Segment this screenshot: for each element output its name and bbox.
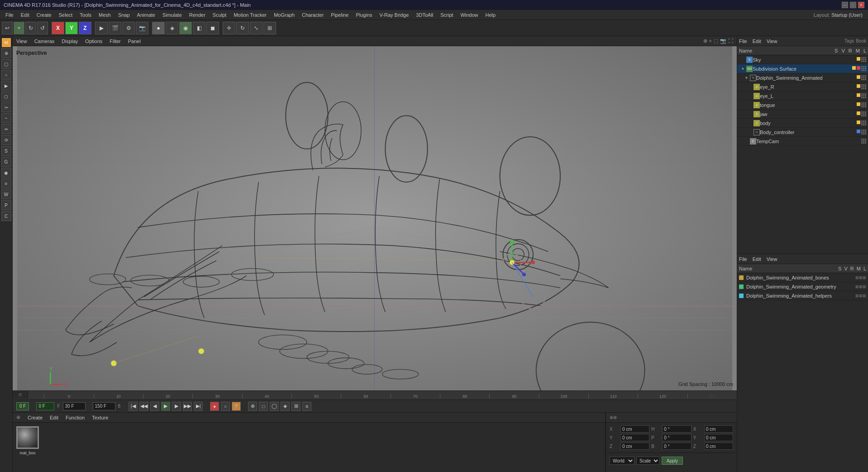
texture-mode-button[interactable]: ◈ [166, 22, 178, 34]
obj-item-eye-l[interactable]: J eye_L [737, 92, 868, 101]
viewport-icon-expand[interactable]: ⛶ [728, 38, 733, 44]
world-mode-select[interactable]: World Object [610, 457, 634, 465]
obj-view-menu[interactable]: View [767, 39, 777, 44]
layers-view-menu[interactable]: View [767, 256, 777, 262]
transport-icon-3[interactable]: ? [232, 402, 241, 411]
transport-next-frame[interactable]: ▶ [172, 402, 181, 411]
layer-helpers[interactable]: Dolphin_Swimming_Animated_helpers ⊞⊞⊞ [737, 291, 868, 300]
obj-item-body[interactable]: J body [737, 119, 868, 128]
viewport[interactable]: Perspective [13, 46, 737, 390]
transport-next-key[interactable]: ▶▶ [183, 402, 192, 411]
face-mode-button[interactable]: ◼ [206, 22, 219, 34]
menu-plugins[interactable]: Plugins [352, 11, 376, 19]
menu-create[interactable]: Create [33, 11, 55, 19]
viewport-panel-menu[interactable]: Panel [128, 39, 141, 44]
menu-file[interactable]: File [2, 11, 17, 19]
viewport-filter-menu[interactable]: Filter [110, 39, 120, 44]
obj-item-body-controller[interactable]: N Body_controller [737, 128, 868, 137]
transport-icon-2[interactable]: ○ [221, 402, 230, 411]
menu-window[interactable]: Window [457, 11, 482, 19]
transport-icon-6[interactable]: ◯ [270, 402, 279, 411]
material-menu-texture[interactable]: Texture [92, 415, 108, 420]
y-mode-button[interactable]: Y [65, 22, 78, 34]
menu-mograph[interactable]: MoGraph [270, 11, 298, 19]
tool-flatten[interactable]: ≡ [1, 178, 11, 188]
edit-render-button[interactable]: 📷 [136, 22, 148, 34]
transport-start[interactable]: |◀ [129, 402, 138, 411]
layer-bones[interactable]: Dolphin_Swimming_Animated_bones ⊞⊞⊞ [737, 273, 868, 282]
transport-icon-4[interactable]: ⊕ [248, 402, 257, 411]
menu-motion-tracker[interactable]: Motion Tracker [230, 11, 270, 19]
total-frames-field[interactable] [93, 402, 115, 410]
transport-icon-5[interactable]: □ [259, 402, 268, 411]
tool-lasso[interactable]: ○ [1, 70, 11, 80]
live-select-button[interactable]: + [14, 22, 24, 34]
menu-mesh[interactable]: Mesh [95, 11, 114, 19]
object-mode-button[interactable]: ● [152, 22, 165, 34]
tool-grab[interactable]: G [1, 157, 11, 167]
menu-tools[interactable]: Tools [76, 11, 95, 19]
render-to-picture-button[interactable]: 🎬 [109, 22, 121, 34]
mirror-tool-button[interactable]: ⊞ [263, 22, 276, 34]
viewport-icon-camera[interactable]: 📷 [720, 38, 726, 44]
transport-end[interactable]: ▶| [194, 402, 203, 411]
obj-item-tempcam[interactable]: C TempCam [737, 137, 868, 146]
coord-scale-x[interactable] [704, 425, 733, 433]
start-frame-field[interactable] [36, 402, 54, 410]
transport-icon-1[interactable]: ● [210, 402, 219, 411]
x-mode-button[interactable]: X [52, 22, 64, 34]
tool-smooth[interactable]: S [1, 146, 11, 156]
layers-file-menu[interactable]: File [739, 256, 747, 262]
render-settings-button[interactable]: ⚙ [122, 22, 135, 34]
obj-file-menu[interactable]: File [739, 39, 747, 44]
menu-select[interactable]: Select [55, 11, 76, 19]
menu-render[interactable]: Render [186, 11, 209, 19]
material-menu-edit[interactable]: Edit [50, 415, 58, 420]
menu-snap[interactable]: Snap [114, 11, 134, 19]
point-mode-button[interactable]: ◉ [179, 22, 192, 34]
tool-wax[interactable]: W [1, 189, 11, 199]
coord-rot-b[interactable] [662, 443, 691, 450]
material-swatch-container[interactable]: mat_boo [16, 426, 39, 449]
layers-edit-menu[interactable]: Edit [753, 256, 761, 262]
tool-select-rect[interactable]: ▢ [1, 59, 11, 69]
viewport-cameras-menu[interactable]: Cameras [34, 39, 55, 44]
viewport-display-menu[interactable]: Display [62, 39, 78, 44]
layer-geometry[interactable]: Dolphin_Swimming_Animated_geometry ⊞⊞⊞ [737, 282, 868, 291]
edge-mode-button[interactable]: ◧ [193, 22, 205, 34]
menu-script[interactable]: Script [437, 11, 457, 19]
tool-pinch[interactable]: P [1, 200, 11, 210]
refresh-button[interactable]: ↻ [25, 22, 36, 34]
material-swatch-mat-boo[interactable] [16, 426, 39, 449]
minimize-button[interactable]: ─ [842, 2, 848, 8]
tool-knife[interactable]: ✂ [1, 102, 11, 112]
tool-pen[interactable]: ✏ [1, 124, 11, 134]
coord-scale-y[interactable] [704, 434, 733, 441]
transport-icon-7[interactable]: ◈ [281, 402, 290, 411]
transport-play[interactable]: ▶ [161, 402, 170, 411]
transport-icon-9[interactable]: ≡ [302, 402, 311, 411]
obj-item-eye-r[interactable]: J eye_R [737, 82, 868, 92]
coord-pos-x[interactable] [620, 425, 649, 433]
obj-item-subdivision[interactable]: ▼ SD Subdivision Surface [737, 64, 868, 73]
obj-item-jaw[interactable]: J jaw [737, 110, 868, 119]
menu-help[interactable]: Help [482, 11, 500, 19]
tool-spline[interactable]: ~ [1, 113, 11, 123]
tool-move[interactable]: ⊕ [1, 48, 11, 58]
menu-animate[interactable]: Animate [134, 11, 159, 19]
menu-edit[interactable]: Edit [17, 11, 33, 19]
rotate-tool-button[interactable]: ↻ [236, 22, 249, 34]
menu-simulate[interactable]: Simulate [159, 11, 186, 19]
z-mode-button[interactable]: Z [79, 22, 91, 34]
scale-tool-button[interactable]: ⤡ [250, 22, 262, 34]
obj-edit-menu[interactable]: Edit [753, 39, 761, 44]
undo-button[interactable]: ↩ [2, 22, 13, 34]
tool-sculpt[interactable]: ⬡ [1, 92, 11, 101]
obj-item-tongue[interactable]: J tongue [737, 101, 868, 110]
end-frame-field[interactable] [63, 402, 86, 410]
tool-paint[interactable]: ▶ [1, 81, 11, 91]
tool-clay[interactable]: C [1, 211, 11, 221]
menu-pipeline[interactable]: Pipeline [327, 11, 352, 19]
transport-icon-8[interactable]: ⊞ [291, 402, 300, 411]
coord-pos-y[interactable] [620, 434, 649, 441]
